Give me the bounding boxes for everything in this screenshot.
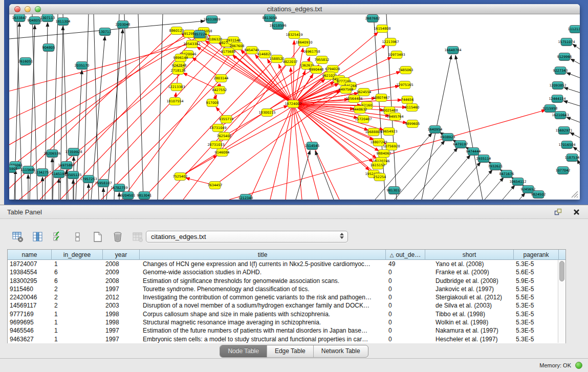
- table-cell[interactable]: 19384554: [8, 268, 52, 276]
- table-row[interactable]: 977716911998Corpus callosum shape and si…: [8, 310, 565, 318]
- table-cell[interactable]: 5.3E-5: [514, 318, 559, 326]
- table-cell[interactable]: Wolkin et al. (1998): [425, 318, 514, 326]
- table-cell[interactable]: Genome-wide association studies in ADHD.: [140, 268, 386, 276]
- table-cell[interactable]: Franke et al. (2009): [425, 268, 514, 276]
- graph-node[interactable]: 10688809: [365, 128, 382, 136]
- new-column-icon[interactable]: [91, 230, 104, 244]
- table-cell[interactable]: Tourette syndrome. Phenomenology and cla…: [140, 285, 386, 293]
- table-cell[interactable]: Tibbo et al. (1998): [425, 310, 514, 318]
- graph-node[interactable]: 15692971: [555, 127, 572, 135]
- table-cell[interactable]: 0: [386, 301, 425, 310]
- graph-node[interactable]: 18300215: [258, 109, 275, 117]
- graph-node[interactable]: 16033809: [203, 16, 220, 24]
- table-cell[interactable]: Nakamura et al. (1997): [425, 326, 514, 335]
- table-cell[interactable]: 9463627: [8, 335, 52, 343]
- graph-node[interactable]: 2203048: [116, 21, 130, 29]
- tab-network-table[interactable]: Network Table: [314, 345, 368, 357]
- table-row[interactable]: 969969511998Structural magnetic resonanc…: [8, 318, 565, 326]
- graph-node[interactable]: 9115460: [405, 104, 420, 112]
- graph-node[interactable]: 130711: [99, 28, 112, 36]
- table-cell[interactable]: 0: [386, 293, 425, 301]
- table-row[interactable]: 1830029562008Estimation of significance …: [8, 277, 565, 285]
- table-cell[interactable]: Estimation of the future numbers of pati…: [140, 326, 386, 335]
- graph-edge[interactable]: [293, 48, 303, 104]
- table-cell[interactable]: 2003: [103, 301, 140, 310]
- table-cell[interactable]: 22420046: [8, 293, 52, 301]
- graph-node[interactable]: 12444154: [549, 95, 565, 103]
- graph-node[interactable]: 3624554: [357, 89, 372, 96]
- graph-edge[interactable]: [503, 185, 515, 200]
- graph-node[interactable]: 16154808: [374, 25, 390, 33]
- graph-node[interactable]: 16782759: [111, 184, 127, 192]
- table-cell[interactable]: de Silva et al. (2003): [425, 301, 514, 310]
- table-cell[interactable]: 1997: [103, 285, 140, 293]
- graph-node[interactable]: 9146084: [215, 149, 230, 157]
- graph-edge[interactable]: [81, 41, 228, 200]
- graph-node[interactable]: 1212348: [238, 194, 253, 200]
- column-header-title[interactable]: title: [140, 250, 386, 260]
- table-cell[interactable]: 9115460: [8, 285, 52, 293]
- graph-edge[interactable]: [395, 141, 445, 200]
- graph-node[interactable]: 7625402: [217, 133, 232, 140]
- table-cell[interactable]: 1997: [103, 335, 140, 343]
- graph-node[interactable]: 2616051: [18, 58, 33, 65]
- table-cell[interactable]: 1998: [103, 318, 140, 326]
- graph-node[interactable]: 1615152: [371, 162, 385, 169]
- network-window-titlebar[interactable]: citations_edges.txt: [9, 4, 580, 14]
- table-cell[interactable]: Stergiakouli et al. (2012): [425, 293, 514, 301]
- scrollbar-thumb[interactable]: [559, 261, 564, 281]
- table-mode-icon[interactable]: [11, 230, 25, 244]
- graph-node[interactable]: 1115686: [21, 166, 36, 174]
- graph-edge[interactable]: [573, 44, 580, 49]
- graph-edge[interactable]: [449, 162, 481, 200]
- graph-node[interactable]: 18640910: [295, 39, 312, 47]
- table-cell[interactable]: 2008: [103, 277, 140, 285]
- table-cell[interactable]: Estimation of significance thresholds fo…: [140, 277, 386, 285]
- graph-node[interactable]: 7857224: [192, 31, 207, 38]
- graph-node[interactable]: 10654112: [509, 178, 526, 186]
- table-cell[interactable]: Investigating the contribution of common…: [140, 293, 386, 301]
- graph-node[interactable]: 1811304: [56, 18, 71, 26]
- table-cell[interactable]: Corpus callosum shape and size in male p…: [140, 310, 386, 318]
- graph-edge[interactable]: [571, 59, 580, 64]
- graph-edge[interactable]: [567, 117, 580, 122]
- graph-node[interactable]: 9204501: [121, 192, 136, 200]
- table-cell[interactable]: 1: [52, 335, 103, 343]
- table-cell[interactable]: Hescheler et al. (1997): [425, 335, 514, 343]
- graph-node[interactable]: 1112131: [568, 26, 580, 33]
- network-graph[interactable]: 1872400788601238912954122260589827503818…: [9, 14, 580, 200]
- table-cell[interactable]: 9699695: [8, 318, 52, 326]
- graph-node[interactable]: 17359928: [65, 148, 82, 156]
- graph-node[interactable]: 9355719: [219, 116, 234, 123]
- graph-node[interactable]: 9822037: [283, 58, 298, 66]
- table-cell[interactable]: 9777169: [8, 310, 52, 318]
- table-cell[interactable]: Disruption of a novel member of a sodium…: [140, 301, 386, 310]
- graph-node[interactable]: 1514545: [305, 142, 320, 150]
- table-cell[interactable]: 1998: [103, 310, 140, 318]
- graph-node[interactable]: 12213967: [382, 38, 399, 46]
- graph-node[interactable]: 12975165: [396, 81, 413, 89]
- graph-edge[interactable]: [124, 14, 129, 200]
- table-cell[interactable]: 0: [386, 335, 425, 343]
- graph-node[interactable]: 917008: [206, 99, 219, 107]
- graph-node[interactable]: 252254: [374, 173, 386, 181]
- graph-node[interactable]: 9824502: [531, 191, 546, 199]
- column-header-year[interactable]: year: [103, 250, 140, 260]
- table-cell[interactable]: 49: [386, 260, 425, 268]
- show-columns-icon[interactable]: [31, 230, 45, 244]
- graph-node[interactable]: 15751074: [558, 38, 575, 46]
- table-cell[interactable]: 5.9E-5: [514, 277, 559, 285]
- table-cell[interactable]: 2008: [103, 260, 140, 268]
- graph-node[interactable]: 1077042: [556, 167, 571, 174]
- graph-node[interactable]: 8938923: [441, 134, 455, 141]
- graph-node[interactable]: 20206536: [43, 150, 60, 158]
- network-canvas[interactable]: 1872400788601238912954122260589827503818…: [9, 14, 580, 200]
- network-file-select[interactable]: citations_edges.txt: [146, 231, 348, 243]
- graph-node[interactable]: 2803144: [214, 75, 229, 82]
- graph-node[interactable]: 16958107: [95, 180, 112, 187]
- table-cell[interactable]: 0: [386, 268, 425, 276]
- table-cell[interactable]: 5.3E-5: [514, 285, 559, 293]
- graph-node[interactable]: 2687682: [365, 15, 380, 23]
- table-cell[interactable]: 0: [386, 326, 425, 335]
- graph-node[interactable]: 8427552: [212, 86, 227, 94]
